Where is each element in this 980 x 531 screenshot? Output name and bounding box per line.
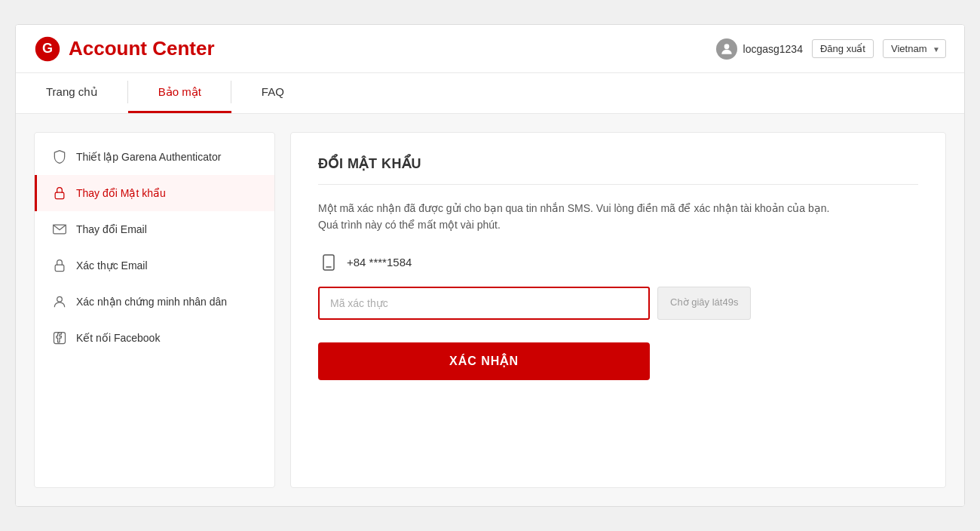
otp-input-row: Chờ giây lát 49s xyxy=(318,287,918,320)
sidebar-item-change-email[interactable]: Thay đổi Email xyxy=(35,211,274,247)
phone-row: +84 ****1584 xyxy=(318,252,918,273)
svg-point-6 xyxy=(57,296,63,302)
main-content: Thiết lập Garena Authenticator Thay đổi … xyxy=(16,114,964,506)
phone-icon xyxy=(318,252,339,273)
sidebar-item-authenticator[interactable]: Thiết lập Garena Authenticator xyxy=(35,139,274,175)
sidebar-item-verify-email[interactable]: Xác thực Email xyxy=(35,247,274,284)
logo-area: G Account Center xyxy=(34,35,215,63)
header-right: locgasg1234 Đăng xuất Vietnam xyxy=(716,38,946,60)
svg-text:G: G xyxy=(42,41,53,56)
shield-icon xyxy=(52,149,67,164)
country-select-input[interactable]: Vietnam xyxy=(883,39,946,58)
header: G Account Center locgasg1234 Đăng xuất V… xyxy=(16,25,964,73)
content-title: ĐỔI MẬT KHẨU xyxy=(318,155,918,185)
tab-security[interactable]: Bảo mật xyxy=(128,73,231,113)
svg-rect-5 xyxy=(55,265,64,271)
sidebar-label-authenticator: Thiết lập Garena Authenticator xyxy=(76,151,221,163)
user-info: locgasg1234 xyxy=(716,38,803,60)
garena-logo-icon: G xyxy=(34,35,61,63)
nav-tabs: Trang chủ Bảo mật FAQ xyxy=(16,73,964,114)
content-area: ĐỔI MẬT KHẨU Một mã xác nhận đã được gửi… xyxy=(290,132,946,488)
username-label: locgasg1234 xyxy=(743,43,803,55)
user-avatar-icon xyxy=(716,38,737,60)
tab-home[interactable]: Trang chủ xyxy=(16,73,128,113)
country-selector[interactable]: Vietnam xyxy=(883,39,946,58)
sidebar-label-change-password: Thay đổi Mật khẩu xyxy=(76,187,166,199)
logout-button[interactable]: Đăng xuất xyxy=(812,39,874,58)
sidebar-label-verify-email: Xác thực Email xyxy=(76,259,148,272)
email-icon xyxy=(52,222,67,237)
phone-number: +84 ****1584 xyxy=(347,256,412,269)
facebook-icon xyxy=(52,330,67,345)
confirm-button[interactable]: XÁC NHẬN xyxy=(318,342,650,380)
person-icon xyxy=(52,294,67,309)
timer-label: Chờ giây lát xyxy=(670,296,722,309)
sidebar-label-id-verify: Xác nhận chứng minh nhân dân xyxy=(76,296,227,308)
svg-point-2 xyxy=(724,44,729,49)
timer-button: Chờ giây lát 49s xyxy=(657,287,751,320)
lock-icon xyxy=(52,186,67,201)
sidebar-label-facebook: Kết nối Facebook xyxy=(76,332,160,344)
content-description: Một mã xác nhận đã được gửi cho bạn qua … xyxy=(318,200,831,234)
sidebar-item-facebook[interactable]: Kết nối Facebook xyxy=(35,320,274,356)
tab-faq[interactable]: FAQ xyxy=(231,73,314,113)
timer-value: 49s xyxy=(722,296,738,309)
sidebar-label-change-email: Thay đổi Email xyxy=(76,223,147,235)
page-wrapper: G Account Center locgasg1234 Đăng xuất V… xyxy=(15,24,965,507)
lock-check-icon xyxy=(52,258,67,273)
otp-input[interactable] xyxy=(318,287,650,320)
sidebar-item-change-password[interactable]: Thay đổi Mật khẩu xyxy=(35,175,274,211)
sidebar-item-id-verify[interactable]: Xác nhận chứng minh nhân dân xyxy=(35,284,274,320)
logo-title: Account Center xyxy=(69,37,215,60)
svg-rect-8 xyxy=(323,255,334,270)
sidebar: Thiết lập Garena Authenticator Thay đổi … xyxy=(34,132,275,488)
svg-rect-3 xyxy=(55,192,64,198)
